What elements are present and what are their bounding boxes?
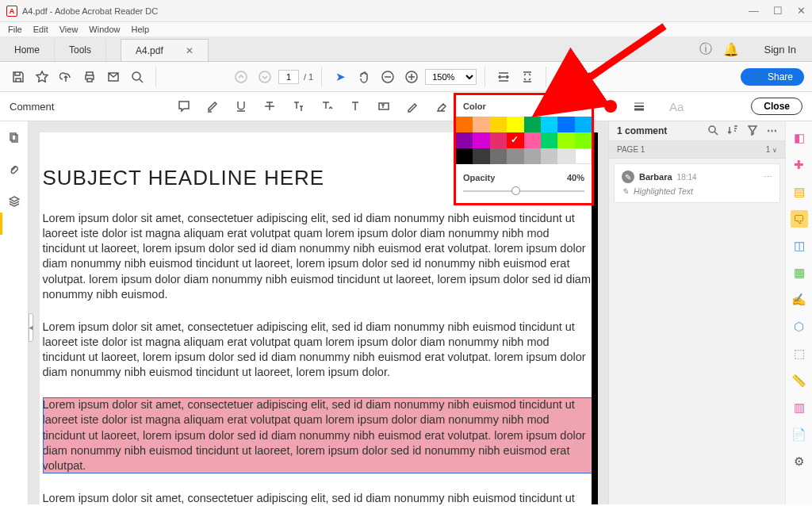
close-window-button[interactable]: ✕ xyxy=(797,5,806,17)
close-button[interactable]: Close xyxy=(751,98,802,115)
zoom-out-icon[interactable] xyxy=(377,67,398,87)
menu-file[interactable]: File xyxy=(8,25,22,34)
email-icon[interactable] xyxy=(103,67,124,87)
color-swatch[interactable] xyxy=(575,117,592,132)
rr-protect-icon[interactable]: ⬡ xyxy=(791,318,808,335)
strikethrough-icon[interactable] xyxy=(262,98,278,114)
page-comment-count: 1 xyxy=(766,145,771,154)
line-weight-icon[interactable] xyxy=(631,98,647,114)
color-swatch[interactable] xyxy=(507,117,523,132)
menu-help[interactable]: Help xyxy=(131,25,149,34)
zoom-select[interactable]: 150% xyxy=(425,69,477,85)
rr-more2-icon[interactable]: 📄 xyxy=(791,426,808,443)
color-swatch[interactable] xyxy=(524,117,541,132)
attachments-icon[interactable] xyxy=(9,164,20,178)
search-icon[interactable] xyxy=(127,67,147,87)
pencil-icon[interactable] xyxy=(404,98,420,114)
zoom-in-icon[interactable] xyxy=(401,67,422,87)
save-icon[interactable] xyxy=(8,67,29,87)
color-swatch[interactable] xyxy=(456,132,473,148)
select-tool-icon[interactable]: ➤ xyxy=(330,67,350,87)
rr-more1-icon[interactable]: ▥ xyxy=(791,399,808,416)
page-input[interactable] xyxy=(278,70,299,84)
color-swatch[interactable] xyxy=(473,132,489,148)
sign-icon[interactable] xyxy=(554,67,575,87)
insert-text-icon[interactable] xyxy=(319,98,335,114)
tab-document[interactable]: A4.pdf ✕ xyxy=(121,39,209,61)
rr-more3-icon[interactable]: ⚙ xyxy=(791,453,808,470)
highlight-icon[interactable] xyxy=(578,67,599,87)
color-picker-button[interactable] xyxy=(603,98,619,114)
star-icon[interactable] xyxy=(32,67,52,87)
tab-close-icon[interactable]: ✕ xyxy=(186,45,193,56)
color-swatch[interactable] xyxy=(524,148,541,164)
rr-comment-icon[interactable]: 🗨 xyxy=(791,210,808,228)
highlighter-icon[interactable] xyxy=(205,98,220,114)
options-icon[interactable]: ⋯ xyxy=(767,125,777,138)
color-swatch[interactable] xyxy=(575,148,592,164)
color-swatch[interactable] xyxy=(507,148,523,164)
underline-icon[interactable] xyxy=(233,98,249,114)
text-comment-icon[interactable] xyxy=(347,98,363,114)
rr-export-icon[interactable]: ▤ xyxy=(791,183,808,201)
color-swatch[interactable] xyxy=(541,132,557,148)
hand-tool-icon[interactable] xyxy=(354,67,374,87)
color-swatch[interactable] xyxy=(541,117,557,132)
minimize-button[interactable]: — xyxy=(749,5,759,17)
maximize-button[interactable]: ☐ xyxy=(773,5,783,17)
help-icon[interactable]: ⓘ xyxy=(699,41,712,58)
replace-text-icon[interactable] xyxy=(290,98,306,114)
menu-edit[interactable]: Edit xyxy=(33,25,48,34)
prev-page-handle[interactable]: ◄ xyxy=(29,313,33,342)
page-group[interactable]: PAGE 1 1 ∨ xyxy=(609,141,785,159)
color-swatch[interactable] xyxy=(490,132,507,148)
fit-page-icon[interactable] xyxy=(517,67,538,87)
tab-tools[interactable]: Tools xyxy=(55,39,106,61)
fit-width-icon[interactable] xyxy=(493,67,514,87)
page-down-icon[interactable] xyxy=(255,67,275,87)
color-swatch[interactable] xyxy=(557,117,574,132)
color-swatch[interactable] xyxy=(490,117,507,132)
print-icon[interactable] xyxy=(79,67,100,87)
comment-card[interactable]: ✎ Barbara 18:14 ⋯ ✎ Highlighted Text xyxy=(614,163,780,203)
color-swatch[interactable] xyxy=(524,132,541,148)
comment-menu-icon[interactable]: ⋯ xyxy=(764,172,772,182)
tab-home[interactable]: Home xyxy=(0,39,55,61)
color-swatch[interactable] xyxy=(557,132,574,148)
search-comments-icon[interactable] xyxy=(707,125,718,138)
text-style-icon[interactable]: Aa xyxy=(669,100,684,113)
eraser-icon[interactable] xyxy=(433,98,449,114)
sign-in-button[interactable]: Sign In xyxy=(764,44,796,56)
color-swatch[interactable] xyxy=(541,148,557,164)
rr-organize-icon[interactable]: ◫ xyxy=(791,237,808,255)
rr-redact-icon[interactable]: ⬚ xyxy=(791,345,808,362)
rr-measure-icon[interactable]: 📏 xyxy=(791,372,808,389)
opacity-slider[interactable] xyxy=(463,186,584,197)
color-swatch[interactable] xyxy=(575,132,592,148)
highlighted-paragraph[interactable]: Lorem ipsum dolor sit amet, consectetuer… xyxy=(43,397,593,473)
rr-sign-icon[interactable]: ✍ xyxy=(791,291,808,309)
page-up-icon[interactable] xyxy=(231,67,251,87)
color-settings-icon[interactable]: ⚙ xyxy=(575,100,584,112)
layers-icon[interactable] xyxy=(9,196,20,210)
rr-edit-icon[interactable]: ✚ xyxy=(791,156,808,174)
sort-comments-icon[interactable] xyxy=(727,125,738,138)
share-button[interactable]: 👤 Share xyxy=(741,68,804,86)
rr-compress-icon[interactable]: ▦ xyxy=(791,264,808,282)
color-swatch[interactable] xyxy=(456,148,473,164)
color-swatch[interactable] xyxy=(507,132,523,148)
upload-icon[interactable] xyxy=(56,67,76,87)
filter-comments-icon[interactable] xyxy=(747,125,758,138)
notifications-icon[interactable]: 🔔 xyxy=(723,42,739,57)
rr-create-icon[interactable]: ◧ xyxy=(791,129,808,147)
sticky-note-icon[interactable] xyxy=(176,98,192,114)
color-swatch[interactable] xyxy=(490,148,507,164)
color-swatch[interactable] xyxy=(473,117,489,132)
menu-window[interactable]: Window xyxy=(89,25,120,34)
thumbnails-icon[interactable] xyxy=(9,132,20,147)
color-swatch[interactable] xyxy=(473,148,489,164)
color-swatch[interactable] xyxy=(456,117,473,132)
textbox-icon[interactable] xyxy=(376,98,392,114)
menu-view[interactable]: View xyxy=(59,25,79,34)
color-swatch[interactable] xyxy=(557,148,574,164)
